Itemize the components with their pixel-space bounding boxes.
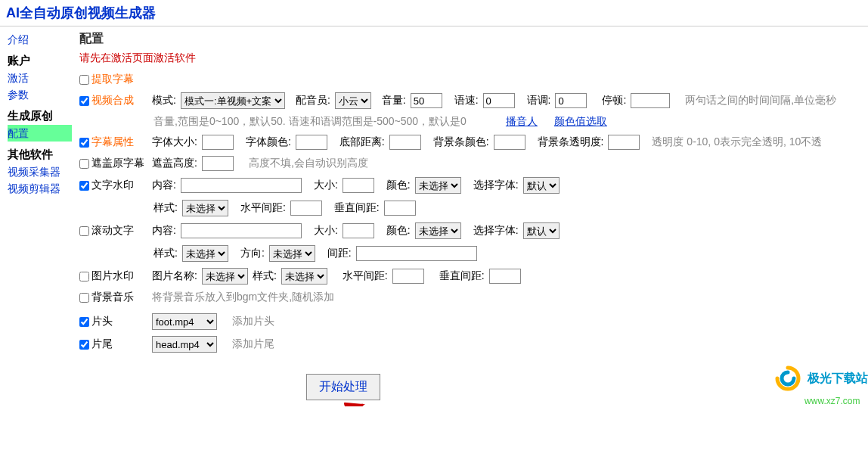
iw-vspace-input[interactable] [489,269,521,284]
st-content-label: 内容: [152,224,176,238]
extract-subtitle-checkbox[interactable]: 提取字幕 [79,73,144,86]
mode-select[interactable]: 模式一:单视频+文案 [181,92,285,109]
pause-input[interactable] [631,93,670,108]
image-watermark-checkbox[interactable]: 图片水印 [79,269,144,283]
st-space-input[interactable] [356,246,477,261]
tw-size-label: 大小: [314,179,338,192]
cover-subtitle-checkbox[interactable]: 遮盖原字幕 [79,157,144,170]
head-input[interactable] [79,317,89,327]
head-hint: 添加片头 [232,315,274,328]
tw-font-select[interactable]: 默认 [523,177,560,194]
text-watermark-checkbox[interactable]: 文字水印 [79,179,144,192]
st-font-label: 选择字体: [473,224,519,238]
font-color-label: 字体颜色: [246,135,291,149]
iw-hspace-input[interactable] [392,269,424,284]
arrow-annotation-icon [223,397,374,406]
start-button[interactable]: 开始处理 [306,374,380,400]
video-compose-label: 视频合成 [91,94,134,107]
range-hint: 音量,范围是0~100，默认50. 语速和语调范围是-500~500，默认是0 [153,115,467,129]
image-watermark-input[interactable] [79,272,89,281]
sidebar-item-params[interactable]: 参数 [8,86,72,103]
broadcaster-link[interactable]: 播音人 [506,115,538,129]
font-color-input[interactable] [296,135,327,150]
head-label: 片头 [91,315,113,328]
st-font-select[interactable]: 默认 [523,222,560,239]
head-select[interactable]: foot.mp4 [152,313,217,330]
bgm-checkbox[interactable]: 背景音乐 [79,291,144,304]
sidebar-section-account: 账户 [8,54,72,68]
st-size-label: 大小: [314,224,338,238]
video-compose-input[interactable] [79,96,89,106]
watermark-text: 极光下载站 [808,372,868,384]
bottom-dist-label: 底部距离: [339,135,385,149]
tw-color-select[interactable]: 未选择 [415,177,461,194]
voice-actor-label: 配音员: [296,94,330,107]
volume-input[interactable] [411,93,442,108]
scroll-text-checkbox[interactable]: 滚动文字 [79,224,144,238]
cover-subtitle-label: 遮盖原字幕 [91,157,144,170]
st-dir-select[interactable]: 未选择 [269,245,315,262]
voice-actor-select[interactable]: 小云 [335,92,371,109]
iw-style-label: 样式: [253,269,277,283]
scroll-text-input[interactable] [79,226,89,236]
sidebar-item-activate[interactable]: 激活 [8,70,72,86]
bg-opacity-label: 背景条透明度: [538,135,604,149]
st-style-label: 样式: [153,247,178,260]
tw-color-label: 颜色: [386,179,411,192]
tail-input[interactable] [79,340,89,350]
font-size-input[interactable] [202,135,234,150]
app-title: AI全自动原创视频生成器 [0,0,868,26]
tw-content-input[interactable] [181,178,302,193]
tw-vspace-input[interactable] [384,201,416,216]
page-title: 配置 [79,31,868,47]
opacity-hint: 透明度 0-10, 0表示完全透明, 10不透 [652,135,822,149]
swirl-icon [774,365,801,394]
tone-label: 语调: [527,94,551,107]
tw-hspace-label: 水平间距: [240,201,286,215]
pause-label: 停顿: [602,94,626,107]
speed-input[interactable] [483,93,515,108]
iw-name-select[interactable]: 未选择 [202,268,248,285]
tw-style-select[interactable]: 未选择 [182,200,228,216]
extract-subtitle-input[interactable] [79,75,89,85]
sidebar-item-editor[interactable]: 视频剪辑器 [8,180,72,197]
st-size-input[interactable] [343,223,374,238]
bg-opacity-input[interactable] [608,135,640,150]
iw-style-select[interactable]: 未选择 [281,268,327,285]
tail-hint: 添加片尾 [232,337,274,351]
subtitle-attr-checkbox[interactable]: 字幕属性 [79,135,144,149]
color-picker-link[interactable]: 颜色值选取 [554,115,607,129]
tone-input[interactable] [555,93,587,108]
main-panel: 配置 请先在激活页面激活软件 提取字幕 视频合成 模式: 模式一:单视频+文案 … [72,26,868,406]
sidebar-item-config[interactable]: 配置 [8,125,72,142]
head-checkbox[interactable]: 片头 [79,315,144,328]
tw-style-label: 样式: [153,201,178,215]
tail-checkbox[interactable]: 片尾 [79,337,144,351]
subtitle-attr-input[interactable] [79,138,89,148]
tail-label: 片尾 [91,337,113,351]
tail-select[interactable]: head.mp4 [152,336,217,353]
sidebar-section-other: 其他软件 [8,148,72,162]
st-content-input[interactable] [181,223,302,238]
tw-hspace-input[interactable] [290,201,322,216]
sidebar-item-intro[interactable]: 介绍 [8,31,72,48]
sidebar-item-collector[interactable]: 视频采集器 [8,163,72,180]
bg-color-input[interactable] [494,135,525,150]
video-compose-checkbox[interactable]: 视频合成 [79,94,144,107]
tw-size-input[interactable] [343,178,374,193]
st-color-select[interactable]: 未选择 [415,222,461,239]
bgm-label: 背景音乐 [91,291,134,304]
extract-subtitle-label: 提取字幕 [91,73,134,86]
cover-subtitle-input[interactable] [79,159,89,169]
st-style-select[interactable]: 未选择 [182,245,228,262]
cover-height-input[interactable] [202,156,234,171]
image-watermark-label: 图片水印 [91,269,134,283]
text-watermark-input[interactable] [79,181,89,191]
bgm-input[interactable] [79,293,89,303]
sidebar: 介绍 账户 激活 参数 生成原创 配置 其他软件 视频采集器 视频剪辑器 [0,26,72,406]
pause-hint: 两句话之间的时间间隔,单位毫秒 [685,94,836,107]
bottom-dist-input[interactable] [389,135,421,150]
tw-font-label: 选择字体: [473,179,519,192]
tw-vspace-label: 垂直间距: [334,201,380,215]
font-size-label: 字体大小: [152,135,197,149]
